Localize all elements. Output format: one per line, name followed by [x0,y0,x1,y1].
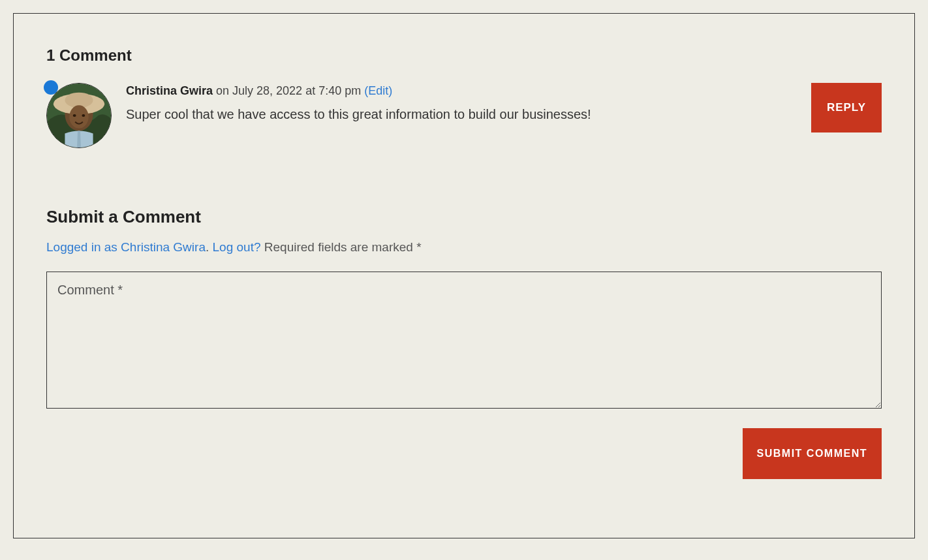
required-note: Required fields are marked * [261,240,422,254]
svg-point-6 [82,114,85,117]
svg-point-4 [69,105,88,128]
submit-heading: Submit a Comment [46,207,882,227]
login-status-line: Logged in as Christina Gwira. Log out? R… [46,240,882,255]
submit-comment-button[interactable]: SUBMIT COMMENT [743,428,882,479]
comment-text: Super cool that we have access to this g… [126,107,811,122]
comment-item: Christina Gwira on July 28, 2022 at 7:40… [46,83,882,148]
comment-author: Christina Gwira [126,84,213,97]
logged-in-link[interactable]: Logged in as Christina Gwira [46,240,206,254]
comment-section: 1 Comment [13,13,915,538]
comment-body: Christina Gwira on July 28, 2022 at 7:40… [126,83,811,122]
edit-link[interactable]: (Edit) [364,84,392,97]
avatar [46,83,112,148]
logout-link[interactable]: Log out? [213,240,261,254]
comment-meta: Christina Gwira on July 28, 2022 at 7:40… [126,84,811,98]
avatar-wrap [46,83,112,148]
svg-point-5 [73,114,76,117]
reply-button[interactable]: REPLY [811,83,882,132]
submit-row: SUBMIT COMMENT [46,428,882,479]
comment-textarea[interactable] [46,272,882,409]
comments-heading: 1 Comment [46,46,882,65]
comment-date: on July 28, 2022 at 7:40 pm [213,84,364,97]
online-status-icon [44,80,58,95]
